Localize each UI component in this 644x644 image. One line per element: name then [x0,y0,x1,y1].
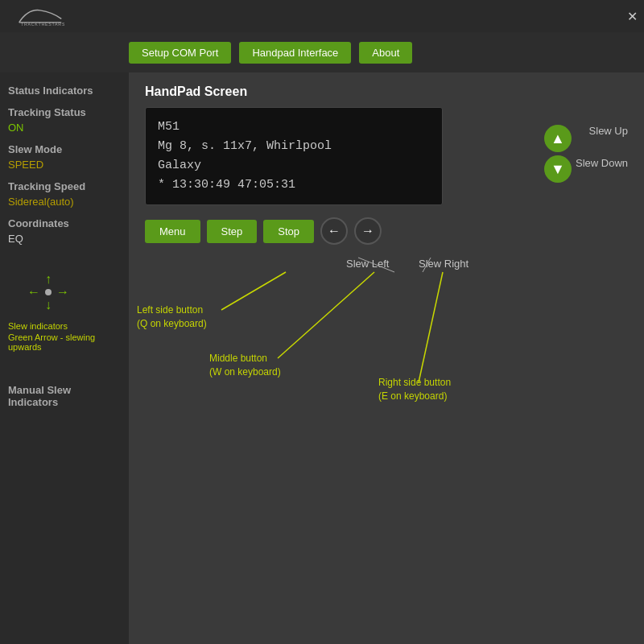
handpad-line2: Mg 8, s. 11x7, Whirlpool [158,137,430,156]
svg-line-3 [278,272,374,358]
slew-indicators-box: ↑ ← → ↓ Slew indicators Green Arrow - sl… [8,269,121,352]
close-button[interactable]: ✕ [627,9,638,24]
slew-horizontal-row: ← → [27,286,69,299]
controls-row: Menu Step Stop ← → [145,217,628,245]
coordinates-value: EQ [8,233,121,245]
slew-right-label: Slew Right [419,258,469,270]
handpad-line5: * 13:30:49 47:05:31 [158,175,430,195]
tracking-speed-label: Tracking Speed [8,180,121,192]
slew-up-indicator: ↑ [45,273,52,286]
slew-vertical-controls: ▲ ▼ [544,125,572,183]
svg-text:TRACKTHESTARS: TRACKTHESTARS [21,22,64,27]
menu-button[interactable]: Menu [145,220,200,243]
slew-center-dot [45,289,52,295]
slew-down-indicator: ↓ [45,299,52,312]
slew-left-indicator: ← [27,286,40,299]
middle-btn-annotation: Middle button (W on keyboard) [209,338,281,378]
handpad-line1: M51 [158,118,430,137]
about-button[interactable]: About [359,42,412,64]
title-bar: TRACKTHESTARS ✕ [0,0,644,32]
logo-area: TRACKTHESTARS [8,4,64,28]
tracking-speed-value: Sidereal(auto) [8,196,121,208]
manual-slew-indicators-label: Manual Slew Indicators [8,384,121,408]
slew-right-button[interactable]: → [354,217,382,245]
right-side-btn-annotation: Right side button (E on keyboard) [378,362,451,402]
tracking-status-label: Tracking Status [8,106,121,118]
slew-indicators-label: Slew indicators [8,321,68,331]
logo-svg: TRACKTHESTARS [16,4,64,28]
slew-left-label: Slew Left [346,258,389,270]
slew-left-button[interactable]: ← [320,217,348,245]
step-button[interactable]: Step [207,220,258,243]
handpad-interface-button[interactable]: Handpad Interface [239,42,351,64]
slew-cross: ↑ ← → ↓ [24,273,72,312]
slew-mode-value: SPEED [8,159,121,171]
slew-up-label: Slew Up [589,125,628,137]
svg-line-2 [221,272,286,310]
content-area: HandPad Screen M51 Mg 8, s. 11x7, Whirlp… [129,72,644,644]
handpad-screen: M51 Mg 8, s. 11x7, Whirlpool Galaxy * 13… [145,107,443,205]
status-indicators-label: Status Indicators [8,85,121,97]
app-window: TRACKTHESTARS ✕ Setup COM Port Handpad I… [0,0,644,644]
main-layout: Status Indicators Tracking Status ON Sle… [0,72,644,644]
stop-button[interactable]: Stop [263,220,314,243]
sidebar: Status Indicators Tracking Status ON Sle… [0,72,129,644]
tracking-status-value: ON [8,122,121,134]
slew-down-label: Slew Down [576,157,628,169]
left-side-btn-annotation: Left side button (Q on keyboard) [137,290,207,330]
slew-right-indicator: → [56,286,69,299]
coordinates-label: Coordinates [8,217,121,229]
handpad-line3: Galaxy [158,156,430,175]
header-nav: Setup COM Port Handpad Interface About [0,32,644,72]
slew-indicators-sublabel: Green Arrow - slewing upwards [8,332,121,352]
handpad-screen-title: HandPad Screen [145,85,628,99]
slew-down-button[interactable]: ▼ [544,155,572,183]
slew-up-button[interactable]: ▲ [544,125,572,152]
setup-com-port-button[interactable]: Setup COM Port [129,42,231,64]
slew-mode-label: Slew Mode [8,143,121,155]
